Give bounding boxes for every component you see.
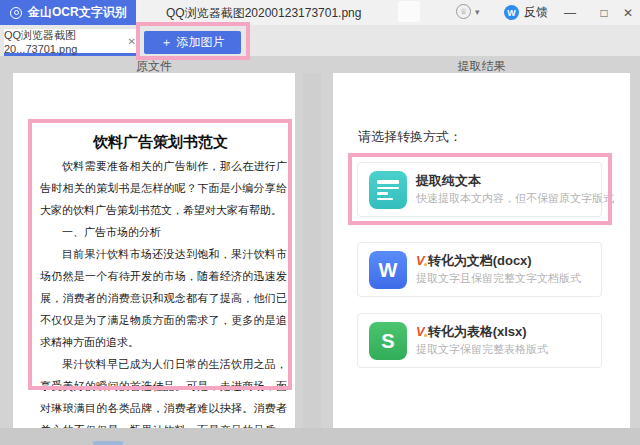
close-button[interactable]: ✕ [614,0,640,25]
window-title: QQ浏览器截图20200123173701.png [166,5,361,22]
wps-spreadsheet-icon: S [369,322,407,360]
document-title: 饮料广告策划书范文 [36,133,285,152]
option-desc: 快速提取本文内容，但不保留原文字版式 [416,190,595,207]
option-title: 提取纯文本 [416,172,595,190]
option-extract-plain-text[interactable]: 提取纯文本 快速提取本文内容，但不保留原文字版式 [357,162,602,217]
tab-active-image[interactable]: QQ浏览器截图20...73701.png ✕ [4,29,136,56]
document-paragraph: 饮料需要准备相关的广告制作，那么在进行广告时相关的策划书是怎样的呢？下面是小编分… [40,155,287,221]
tab-label: QQ浏览器截图20...73701.png [4,28,122,55]
member-menu[interactable]: ♕ ▾ [456,4,480,19]
app-badge: 金山OCR文字识别 [0,0,136,25]
feedback-label[interactable]: 反馈 [524,4,548,21]
app-logo-icon [10,7,22,19]
vip-icon: V [416,253,425,268]
conversion-prompt: 请选择转换方式： [358,128,462,146]
option-desc: 提取文字保留完整表格版式 [416,341,595,358]
feedback-icon[interactable]: W [504,5,519,20]
title-bar: 金山OCR文字识别 QQ浏览器截图20200123173701.png ♕ ▾ … [0,0,640,25]
option-convert-docx[interactable]: W V转化为文档(docx) 提取文字且保留完整文字文档版式 [357,242,602,297]
tab-bar: QQ浏览器截图20...73701.png ✕ ＋ 添加图片 [0,25,640,56]
zoom-control-partial[interactable] [93,441,123,445]
panel-divider [303,73,321,428]
plain-text-icon [369,171,407,209]
option-title: V转化为表格(xlsx) [416,323,595,341]
wps-writer-icon: W [369,251,407,289]
text-lines-icon [377,180,399,201]
chevron-down-icon[interactable]: ▾ [475,7,480,17]
crown-icon[interactable]: ♕ [456,4,471,19]
minimize-button[interactable]: — [556,0,584,25]
tab-close-icon[interactable]: ✕ [128,36,136,47]
document-paragraph: 目前果汁饮料市场还没达到饱和，果汁饮料市场仍然是一个有待开发的市场，随着经济的迅… [40,243,287,353]
app-name: 金山OCR文字识别 [28,4,127,21]
vip-icon: V [416,324,425,339]
add-image-button[interactable]: ＋ 添加图片 [144,31,241,54]
screenshot-artifact [398,1,420,22]
add-image-label: 添加图片 [177,34,225,51]
feedback-button[interactable]: W 反馈 [504,4,548,21]
option-convert-xlsx[interactable]: S V转化为表格(xlsx) 提取文字保留完整表格版式 [357,313,602,368]
plus-icon: ＋ [161,34,173,51]
document-paragraph: 一、广告市场的分析 [40,221,287,243]
option-desc: 提取文字且保留完整文字文档版式 [416,270,595,287]
option-title: V转化为文档(docx) [416,252,595,270]
document-body: 饮料需要准备相关的广告制作，那么在进行广告时相关的策划书是怎样的呢？下面是小编分… [40,155,287,445]
